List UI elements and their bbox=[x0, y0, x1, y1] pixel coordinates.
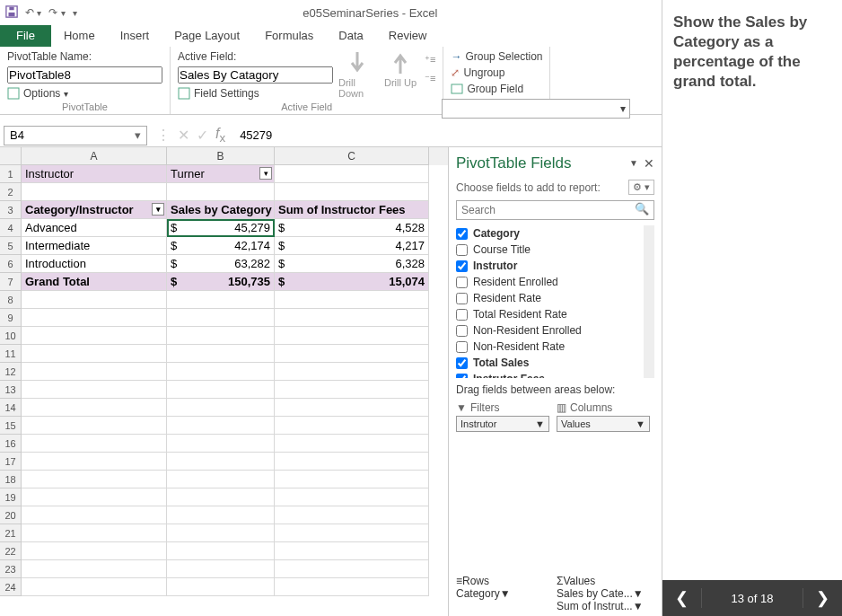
field-item[interactable]: Total Resident Rate bbox=[456, 306, 640, 322]
field-search-input[interactable] bbox=[456, 200, 654, 220]
field-checkbox[interactable] bbox=[456, 309, 468, 321]
search-icon[interactable]: 🔍 bbox=[635, 202, 649, 216]
cell[interactable]: $15,074 bbox=[275, 273, 429, 291]
field-item[interactable]: Resident Enrolled bbox=[456, 274, 640, 290]
cell[interactable] bbox=[22, 524, 167, 542]
cell[interactable] bbox=[167, 345, 275, 363]
row-header[interactable]: 17 bbox=[0, 453, 22, 471]
row-header[interactable]: 2 bbox=[0, 183, 22, 201]
cell[interactable]: Instructor bbox=[22, 165, 167, 183]
cell[interactable] bbox=[22, 399, 167, 417]
tab-data[interactable]: Data bbox=[326, 25, 375, 47]
slicer-dropdown[interactable]: ▾ bbox=[442, 99, 630, 119]
formula-input[interactable] bbox=[234, 127, 662, 144]
cell[interactable] bbox=[22, 435, 167, 453]
field-item[interactable]: Non-Resident Enrolled bbox=[456, 322, 640, 339]
row-header[interactable]: 5 bbox=[0, 237, 22, 255]
field-checkbox[interactable] bbox=[456, 325, 468, 337]
cell[interactable]: Grand Total bbox=[22, 273, 167, 291]
name-box[interactable]: B4 ▾ bbox=[4, 126, 147, 145]
cell[interactable] bbox=[22, 183, 167, 201]
next-button[interactable]: ❯ bbox=[803, 588, 842, 608]
cell[interactable]: $63,282 bbox=[167, 255, 275, 273]
cell[interactable] bbox=[167, 506, 275, 524]
cell[interactable] bbox=[22, 363, 167, 381]
cell[interactable] bbox=[275, 453, 429, 471]
row-header[interactable]: 19 bbox=[0, 488, 22, 506]
filters-item[interactable]: Instrutor▼ bbox=[456, 416, 549, 432]
field-item[interactable]: Instrutor bbox=[456, 258, 640, 274]
values-item-1[interactable]: Sales by Cate...▼ bbox=[557, 587, 650, 600]
filters-area[interactable]: ▼Filters Instrutor▼ bbox=[456, 401, 549, 432]
prev-button[interactable]: ❮ bbox=[662, 588, 702, 608]
row-header[interactable]: 24 bbox=[0, 578, 22, 596]
tab-file[interactable]: File bbox=[0, 25, 51, 47]
collapse-field-icon[interactable]: ⁻≡ bbox=[425, 73, 435, 84]
field-item[interactable]: Non-Resident Rate bbox=[456, 339, 640, 355]
tab-home[interactable]: Home bbox=[51, 25, 108, 47]
tab-review[interactable]: Review bbox=[376, 25, 440, 47]
save-icon[interactable] bbox=[5, 5, 18, 21]
cell[interactable]: $4,217 bbox=[275, 237, 429, 255]
cell[interactable] bbox=[22, 542, 167, 560]
drill-up-button[interactable]: Drill Up bbox=[382, 50, 419, 88]
row-header[interactable]: 13 bbox=[0, 381, 22, 399]
values-item-2[interactable]: Sum of Instrut...▼ bbox=[557, 600, 650, 612]
qat-customize-icon[interactable]: ▾ bbox=[73, 6, 77, 19]
row-header[interactable]: 16 bbox=[0, 435, 22, 453]
cell[interactable]: Turner▾ bbox=[167, 165, 275, 183]
field-checkbox[interactable] bbox=[456, 260, 468, 272]
row-header[interactable]: 11 bbox=[0, 345, 22, 363]
columns-area[interactable]: ▥Columns Values▼ bbox=[557, 401, 650, 432]
cell[interactable] bbox=[22, 345, 167, 363]
cell[interactable] bbox=[167, 542, 275, 560]
cell[interactable] bbox=[167, 578, 275, 596]
row-header[interactable]: 21 bbox=[0, 524, 22, 542]
field-checkbox[interactable] bbox=[456, 228, 468, 240]
cell[interactable] bbox=[22, 381, 167, 399]
cell[interactable] bbox=[167, 435, 275, 453]
cell[interactable]: Sum of Instructor Fees bbox=[275, 201, 429, 219]
rows-item[interactable]: Category▼ bbox=[456, 587, 549, 600]
cell[interactable] bbox=[275, 560, 429, 578]
panel-options-icon[interactable]: ▼ bbox=[629, 158, 638, 168]
cancel-icon[interactable]: ✕ bbox=[178, 127, 189, 144]
cell[interactable] bbox=[275, 471, 429, 488]
values-area[interactable]: ΣValues Sales by Cate...▼ Sum of Instrut… bbox=[557, 575, 650, 612]
cell[interactable]: $45,279 bbox=[167, 219, 275, 237]
cell[interactable] bbox=[167, 381, 275, 399]
cell[interactable]: Intermediate bbox=[22, 237, 167, 255]
row-header[interactable]: 4 bbox=[0, 219, 22, 237]
cell[interactable] bbox=[22, 453, 167, 471]
drill-down-button[interactable]: Drill Down bbox=[338, 50, 376, 99]
field-item[interactable]: Instrutor Fees bbox=[456, 371, 640, 378]
cell[interactable] bbox=[275, 524, 429, 542]
cell[interactable] bbox=[275, 542, 429, 560]
pivottable-options-button[interactable]: Options ▾ bbox=[7, 87, 162, 100]
field-checkbox[interactable] bbox=[456, 277, 468, 288]
cell[interactable] bbox=[22, 471, 167, 488]
cell[interactable] bbox=[275, 399, 429, 417]
row-header[interactable]: 15 bbox=[0, 417, 22, 435]
cell[interactable] bbox=[167, 363, 275, 381]
field-checkbox[interactable] bbox=[456, 293, 468, 304]
cell[interactable]: $150,735 bbox=[167, 273, 275, 291]
activefield-input[interactable] bbox=[178, 66, 333, 84]
expand-field-icon[interactable]: ⁺≡ bbox=[425, 54, 435, 66]
rows-area[interactable]: ≡Rows Category▼ bbox=[456, 575, 549, 612]
tab-formulas[interactable]: Formulas bbox=[252, 25, 326, 47]
close-icon[interactable]: ✕ bbox=[644, 156, 654, 171]
row-header[interactable]: 8 bbox=[0, 291, 22, 309]
tab-insert[interactable]: Insert bbox=[108, 25, 162, 47]
ungroup-button[interactable]: ⤢ Ungroup bbox=[451, 66, 542, 79]
cell[interactable] bbox=[167, 291, 275, 309]
cell[interactable]: Category/Instructor▾ bbox=[22, 201, 167, 219]
fx-icon[interactable]: fx bbox=[215, 126, 225, 145]
field-checkbox[interactable] bbox=[456, 357, 468, 369]
cell[interactable] bbox=[167, 524, 275, 542]
cell[interactable]: $6,328 bbox=[275, 255, 429, 273]
row-header[interactable]: 3 bbox=[0, 201, 22, 219]
cell[interactable]: $42,174 bbox=[167, 237, 275, 255]
cell[interactable]: Introduction bbox=[22, 255, 167, 273]
cell[interactable] bbox=[167, 453, 275, 471]
